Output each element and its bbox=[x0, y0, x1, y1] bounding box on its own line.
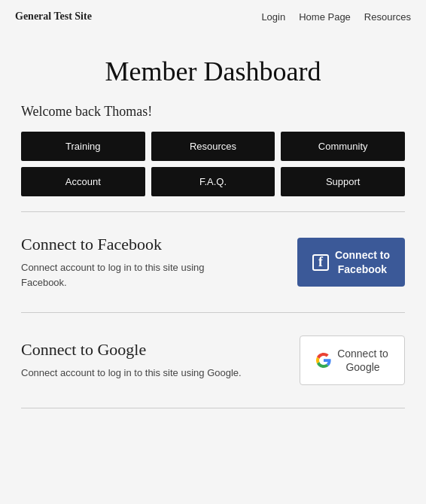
community-button[interactable]: Community bbox=[281, 132, 405, 161]
dashboard-button-grid: Training Resources Community Account F.A… bbox=[21, 132, 405, 196]
site-logo: General Test Site bbox=[15, 11, 92, 23]
facebook-icon: f bbox=[312, 254, 329, 271]
nav-home-link[interactable]: Home Page bbox=[299, 11, 351, 23]
navbar: General Test Site Login Home Page Resour… bbox=[0, 0, 426, 33]
facebook-section-title: Connect to Facebook bbox=[21, 235, 244, 254]
divider-2 bbox=[21, 312, 405, 313]
main-content: Member Dashboard Welcome back Thomas! Tr… bbox=[0, 33, 426, 445]
google-description: Connect account to log in to this site u… bbox=[21, 366, 244, 381]
google-button-label: Connect to Google bbox=[337, 347, 388, 374]
google-info: Connect to Google Connect account to log… bbox=[21, 340, 244, 381]
nav-resources-link[interactable]: Resources bbox=[364, 11, 411, 23]
google-connect-section: Connect to Google Connect account to log… bbox=[21, 328, 405, 393]
account-button[interactable]: Account bbox=[21, 167, 145, 196]
support-button[interactable]: Support bbox=[281, 167, 405, 196]
nav-login-link[interactable]: Login bbox=[261, 11, 285, 23]
connect-facebook-button[interactable]: f Connect to Facebook bbox=[297, 238, 405, 286]
resources-button[interactable]: Resources bbox=[151, 132, 275, 161]
training-button[interactable]: Training bbox=[21, 132, 145, 161]
google-icon bbox=[316, 353, 331, 368]
facebook-connect-section: Connect to Facebook Connect account to l… bbox=[21, 227, 405, 297]
facebook-description: Connect account to log in to this site u… bbox=[21, 260, 244, 290]
google-section-title: Connect to Google bbox=[21, 340, 244, 360]
divider-1 bbox=[21, 211, 405, 212]
facebook-button-label: Connect to Facebook bbox=[335, 248, 390, 275]
page-title: Member Dashboard bbox=[21, 56, 405, 87]
divider-3 bbox=[21, 408, 405, 408]
faq-button[interactable]: F.A.Q. bbox=[151, 167, 275, 196]
connect-google-button[interactable]: Connect to Google bbox=[300, 335, 405, 385]
facebook-info: Connect to Facebook Connect account to l… bbox=[21, 235, 244, 290]
nav-links: Login Home Page Resources bbox=[261, 11, 411, 23]
welcome-message: Welcome back Thomas! bbox=[21, 104, 405, 120]
